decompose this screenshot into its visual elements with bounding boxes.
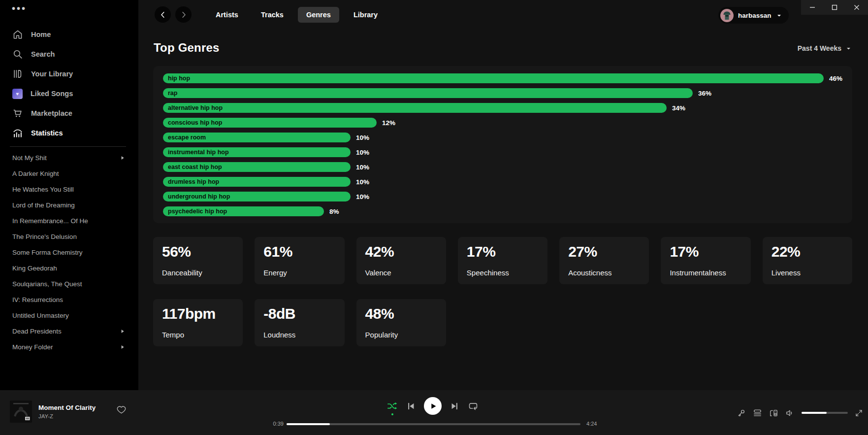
back-button[interactable] [155, 6, 171, 23]
volume-level [802, 412, 827, 414]
sidebar-playlist-item[interactable]: The Prince's Delusion [0, 229, 138, 244]
spotify-stats-app: { "topbar": { "tabs": [ {"label": "Artis… [0, 0, 868, 435]
close-button[interactable] [846, 0, 868, 15]
genre-bar: drumless hip hop [163, 177, 351, 187]
genre-bar-label: hip hop [168, 75, 190, 82]
devices-icon[interactable] [769, 408, 778, 418]
genre-bar: instrumental hip hop [163, 147, 351, 157]
sidebar-playlist-item[interactable]: IV: Resurrections [0, 292, 138, 307]
tab-library[interactable]: Library [345, 7, 386, 23]
time-range-dropdown[interactable]: Past 4 Weeks [798, 44, 852, 52]
stat-card: 27% Acousticness [559, 237, 649, 284]
sidebar-playlist-item[interactable]: Not My Shit [0, 150, 138, 166]
sidebar-playlist-item[interactable]: In Remembrance... Of He [0, 213, 138, 229]
genre-bar-row: instrumental hip hop 10% [163, 147, 842, 157]
stat-label: Valence [365, 268, 437, 278]
next-button[interactable] [450, 401, 460, 411]
options-icon[interactable]: ••• [12, 3, 27, 14]
fullscreen-icon[interactable] [855, 409, 863, 417]
sidebar-item-search[interactable]: Search [0, 44, 138, 64]
playlist-label: King Geedorah [12, 265, 57, 272]
genre-bar-row: rap 36% [163, 88, 842, 98]
track-artist[interactable]: JAY-Z [38, 413, 96, 419]
minimize-button[interactable] [801, 0, 823, 15]
sidebar-item-home[interactable]: Home [0, 25, 138, 44]
queue-icon[interactable] [753, 408, 762, 418]
genre-bar-value: 12% [382, 119, 395, 127]
sidebar-playlist-item[interactable]: He Watches You Still [0, 181, 138, 197]
stats-tabs: Artists Tracks Genres Library [207, 7, 386, 23]
repeat-button[interactable] [468, 401, 479, 411]
sidebar-playlist-item[interactable]: Money Folder [0, 339, 138, 355]
window-controls [801, 0, 868, 15]
playlist-label: A Darker Knight [12, 170, 59, 177]
genre-bar-label: underground hip hop [168, 193, 230, 200]
statistics-icon [12, 128, 23, 138]
album-art[interactable] [10, 401, 32, 423]
playlist-label: In Remembrance... Of He [12, 217, 88, 225]
stat-card: 42% Valence [356, 237, 446, 284]
caret-down-icon [845, 45, 852, 52]
stat-card: 17% Instrumentalness [661, 237, 750, 284]
playlist-label: IV: Resurrections [12, 296, 63, 303]
sidebar-item-statistics[interactable]: Statistics [0, 123, 138, 143]
genre-bar-label: east coast hip hop [168, 164, 222, 170]
volume-icon[interactable] [785, 408, 795, 418]
previous-button[interactable] [406, 401, 416, 411]
time-range-label: Past 4 Weeks [798, 44, 841, 52]
genre-bar-label: escape room [168, 134, 206, 141]
seek-slider[interactable] [287, 423, 580, 425]
sidebar-playlist-item[interactable]: Lord of the Dreaming [0, 197, 138, 213]
secondary-controls [737, 408, 863, 418]
marketplace-icon [12, 108, 23, 119]
sidebar-menu: Home Search Your Library ♥ Liked Songs M… [0, 25, 138, 143]
genre-bar-value: 36% [698, 90, 711, 97]
sidebar-item-label: Your Library [31, 70, 73, 78]
sidebar-playlist-item[interactable]: Dead Presidents [0, 323, 138, 339]
stat-value: 17% [670, 243, 741, 260]
stat-label: Instrumentalness [670, 268, 741, 278]
lyrics-mic-icon[interactable] [737, 408, 746, 418]
search-icon [12, 49, 23, 60]
play-button[interactable] [424, 397, 442, 415]
seek-progress [287, 423, 330, 425]
playlist-label: Dead Presidents [12, 328, 62, 335]
tab-tracks[interactable]: Tracks [253, 7, 292, 23]
genre-bar-label: rap [168, 90, 177, 97]
maximize-button[interactable] [823, 0, 845, 15]
forward-button[interactable] [175, 6, 192, 23]
stat-value: -8dB [263, 305, 335, 322]
sidebar-playlist-item[interactable]: Soulqarians, The Quest [0, 276, 138, 292]
shuffle-button[interactable] [386, 401, 398, 412]
sidebar-item-marketplace[interactable]: Marketplace [0, 103, 138, 123]
volume-slider[interactable] [802, 412, 848, 414]
tab-artists[interactable]: Artists [207, 7, 247, 23]
sidebar: ••• Home Search Your Library ♥ Liked Son… [0, 0, 138, 390]
stat-value: 17% [467, 243, 539, 260]
player-bar: Moment Of Clarity JAY-Z 0:39 4:24 [0, 390, 868, 435]
user-menu[interactable]: harbassan [718, 7, 789, 24]
genre-bar-label: conscious hip hop [168, 119, 222, 126]
track-title[interactable]: Moment Of Clarity [38, 404, 96, 411]
stat-value: 22% [772, 243, 843, 260]
sidebar-playlist-item[interactable]: Some Forma Chemistry [0, 244, 138, 260]
genre-bar: alternative hip hop [163, 103, 667, 113]
sidebar-item-label: Statistics [31, 129, 63, 137]
sidebar-item-liked-songs[interactable]: ♥ Liked Songs [0, 84, 138, 103]
sidebar-playlist-item[interactable]: King Geedorah [0, 260, 138, 276]
sidebar-item-label: Liked Songs [31, 90, 73, 98]
sidebar-playlist-item[interactable]: Untitled Unmastery [0, 307, 138, 323]
stat-value: 117bpm [162, 305, 234, 322]
playlist-label: Money Folder [12, 343, 53, 351]
genre-bar: east coast hip hop [163, 162, 351, 172]
sidebar-playlist-item[interactable]: A Darker Knight [0, 166, 138, 181]
sidebar-item-label: Marketplace [31, 109, 72, 117]
heart-icon[interactable] [116, 404, 127, 415]
stat-card: 117bpm Tempo [153, 299, 243, 346]
sidebar-item-your-library[interactable]: Your Library [0, 64, 138, 84]
playlist-label: He Watches You Still [12, 186, 74, 193]
playlist-label: Some Forma Chemistry [12, 249, 83, 256]
tab-genres[interactable]: Genres [298, 7, 339, 23]
genre-bar: underground hip hop [163, 192, 351, 201]
genre-bar: psychedelic hip hop [163, 206, 324, 216]
